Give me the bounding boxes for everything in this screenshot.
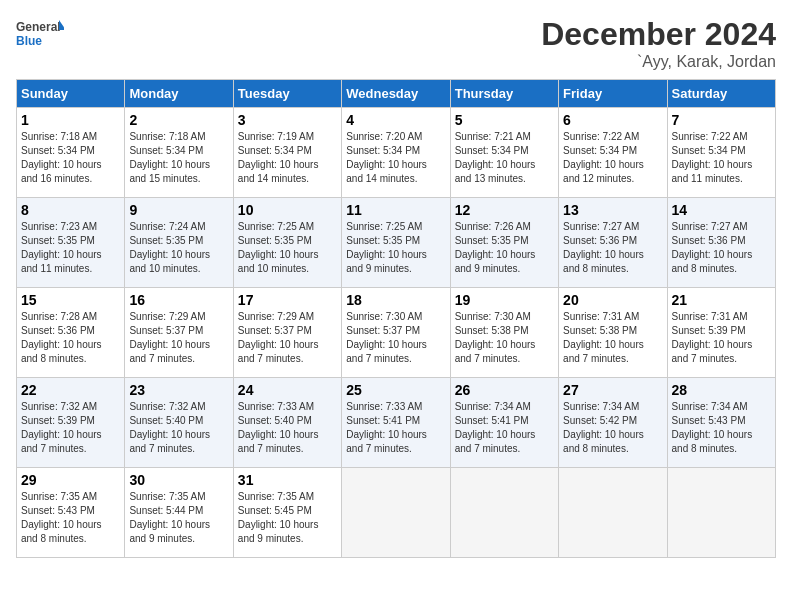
- page-header: General Blue December 2024 `Ayy, Karak, …: [16, 16, 776, 71]
- column-header-friday: Friday: [559, 80, 667, 108]
- calendar-week-row: 1 Sunrise: 7:18 AM Sunset: 5:34 PM Dayli…: [17, 108, 776, 198]
- calendar-day-cell: 2 Sunrise: 7:18 AM Sunset: 5:34 PM Dayli…: [125, 108, 233, 198]
- day-number: 7: [672, 112, 771, 128]
- day-number: 8: [21, 202, 120, 218]
- calendar-day-cell: 7 Sunrise: 7:22 AM Sunset: 5:34 PM Dayli…: [667, 108, 775, 198]
- day-info: Sunrise: 7:24 AM Sunset: 5:35 PM Dayligh…: [129, 220, 228, 276]
- day-number: 4: [346, 112, 445, 128]
- day-number: 22: [21, 382, 120, 398]
- calendar-day-cell: 20 Sunrise: 7:31 AM Sunset: 5:38 PM Dayl…: [559, 288, 667, 378]
- calendar-day-cell: 24 Sunrise: 7:33 AM Sunset: 5:40 PM Dayl…: [233, 378, 341, 468]
- calendar-day-cell: 3 Sunrise: 7:19 AM Sunset: 5:34 PM Dayli…: [233, 108, 341, 198]
- day-number: 19: [455, 292, 554, 308]
- day-info: Sunrise: 7:35 AM Sunset: 5:44 PM Dayligh…: [129, 490, 228, 546]
- day-info: Sunrise: 7:26 AM Sunset: 5:35 PM Dayligh…: [455, 220, 554, 276]
- calendar-day-cell: 28 Sunrise: 7:34 AM Sunset: 5:43 PM Dayl…: [667, 378, 775, 468]
- day-number: 20: [563, 292, 662, 308]
- calendar-day-cell: 25 Sunrise: 7:33 AM Sunset: 5:41 PM Dayl…: [342, 378, 450, 468]
- day-info: Sunrise: 7:20 AM Sunset: 5:34 PM Dayligh…: [346, 130, 445, 186]
- day-number: 6: [563, 112, 662, 128]
- day-number: 29: [21, 472, 120, 488]
- calendar-week-row: 22 Sunrise: 7:32 AM Sunset: 5:39 PM Dayl…: [17, 378, 776, 468]
- column-header-sunday: Sunday: [17, 80, 125, 108]
- day-number: 2: [129, 112, 228, 128]
- day-info: Sunrise: 7:18 AM Sunset: 5:34 PM Dayligh…: [21, 130, 120, 186]
- day-number: 30: [129, 472, 228, 488]
- day-number: 14: [672, 202, 771, 218]
- calendar-day-cell: 16 Sunrise: 7:29 AM Sunset: 5:37 PM Dayl…: [125, 288, 233, 378]
- calendar-day-cell: 22 Sunrise: 7:32 AM Sunset: 5:39 PM Dayl…: [17, 378, 125, 468]
- day-info: Sunrise: 7:35 AM Sunset: 5:43 PM Dayligh…: [21, 490, 120, 546]
- svg-text:Blue: Blue: [16, 34, 42, 48]
- day-number: 28: [672, 382, 771, 398]
- calendar-day-cell: 9 Sunrise: 7:24 AM Sunset: 5:35 PM Dayli…: [125, 198, 233, 288]
- calendar-day-cell: 27 Sunrise: 7:34 AM Sunset: 5:42 PM Dayl…: [559, 378, 667, 468]
- column-header-thursday: Thursday: [450, 80, 558, 108]
- day-number: 11: [346, 202, 445, 218]
- day-number: 16: [129, 292, 228, 308]
- logo: General Blue: [16, 16, 64, 52]
- day-info: Sunrise: 7:25 AM Sunset: 5:35 PM Dayligh…: [238, 220, 337, 276]
- day-info: Sunrise: 7:35 AM Sunset: 5:45 PM Dayligh…: [238, 490, 337, 546]
- calendar-title: December 2024: [541, 16, 776, 53]
- day-number: 26: [455, 382, 554, 398]
- day-number: 21: [672, 292, 771, 308]
- calendar-day-cell: 21 Sunrise: 7:31 AM Sunset: 5:39 PM Dayl…: [667, 288, 775, 378]
- day-number: 18: [346, 292, 445, 308]
- calendar-day-cell: 1 Sunrise: 7:18 AM Sunset: 5:34 PM Dayli…: [17, 108, 125, 198]
- calendar-week-row: 8 Sunrise: 7:23 AM Sunset: 5:35 PM Dayli…: [17, 198, 776, 288]
- calendar-week-row: 29 Sunrise: 7:35 AM Sunset: 5:43 PM Dayl…: [17, 468, 776, 558]
- day-info: Sunrise: 7:22 AM Sunset: 5:34 PM Dayligh…: [563, 130, 662, 186]
- calendar-day-cell: 5 Sunrise: 7:21 AM Sunset: 5:34 PM Dayli…: [450, 108, 558, 198]
- day-info: Sunrise: 7:32 AM Sunset: 5:40 PM Dayligh…: [129, 400, 228, 456]
- calendar-day-cell: 12 Sunrise: 7:26 AM Sunset: 5:35 PM Dayl…: [450, 198, 558, 288]
- calendar-subtitle: `Ayy, Karak, Jordan: [541, 53, 776, 71]
- calendar-day-cell: [342, 468, 450, 558]
- day-number: 5: [455, 112, 554, 128]
- day-number: 13: [563, 202, 662, 218]
- calendar-day-cell: 18 Sunrise: 7:30 AM Sunset: 5:37 PM Dayl…: [342, 288, 450, 378]
- calendar-day-cell: 15 Sunrise: 7:28 AM Sunset: 5:36 PM Dayl…: [17, 288, 125, 378]
- calendar-week-row: 15 Sunrise: 7:28 AM Sunset: 5:36 PM Dayl…: [17, 288, 776, 378]
- day-number: 25: [346, 382, 445, 398]
- day-info: Sunrise: 7:33 AM Sunset: 5:41 PM Dayligh…: [346, 400, 445, 456]
- calendar-day-cell: 10 Sunrise: 7:25 AM Sunset: 5:35 PM Dayl…: [233, 198, 341, 288]
- day-number: 23: [129, 382, 228, 398]
- day-info: Sunrise: 7:25 AM Sunset: 5:35 PM Dayligh…: [346, 220, 445, 276]
- calendar-day-cell: 30 Sunrise: 7:35 AM Sunset: 5:44 PM Dayl…: [125, 468, 233, 558]
- day-info: Sunrise: 7:31 AM Sunset: 5:38 PM Dayligh…: [563, 310, 662, 366]
- calendar-day-cell: [667, 468, 775, 558]
- calendar-day-cell: 4 Sunrise: 7:20 AM Sunset: 5:34 PM Dayli…: [342, 108, 450, 198]
- svg-text:General: General: [16, 20, 61, 34]
- day-info: Sunrise: 7:28 AM Sunset: 5:36 PM Dayligh…: [21, 310, 120, 366]
- day-number: 31: [238, 472, 337, 488]
- day-number: 27: [563, 382, 662, 398]
- day-number: 1: [21, 112, 120, 128]
- day-info: Sunrise: 7:21 AM Sunset: 5:34 PM Dayligh…: [455, 130, 554, 186]
- calendar-day-cell: 11 Sunrise: 7:25 AM Sunset: 5:35 PM Dayl…: [342, 198, 450, 288]
- calendar-day-cell: [450, 468, 558, 558]
- day-number: 9: [129, 202, 228, 218]
- day-info: Sunrise: 7:22 AM Sunset: 5:34 PM Dayligh…: [672, 130, 771, 186]
- day-info: Sunrise: 7:31 AM Sunset: 5:39 PM Dayligh…: [672, 310, 771, 366]
- calendar-day-cell: 31 Sunrise: 7:35 AM Sunset: 5:45 PM Dayl…: [233, 468, 341, 558]
- day-info: Sunrise: 7:30 AM Sunset: 5:37 PM Dayligh…: [346, 310, 445, 366]
- day-info: Sunrise: 7:34 AM Sunset: 5:43 PM Dayligh…: [672, 400, 771, 456]
- day-number: 10: [238, 202, 337, 218]
- column-header-monday: Monday: [125, 80, 233, 108]
- day-info: Sunrise: 7:34 AM Sunset: 5:42 PM Dayligh…: [563, 400, 662, 456]
- day-info: Sunrise: 7:29 AM Sunset: 5:37 PM Dayligh…: [238, 310, 337, 366]
- day-info: Sunrise: 7:32 AM Sunset: 5:39 PM Dayligh…: [21, 400, 120, 456]
- column-header-saturday: Saturday: [667, 80, 775, 108]
- svg-marker-2: [59, 20, 64, 30]
- day-info: Sunrise: 7:19 AM Sunset: 5:34 PM Dayligh…: [238, 130, 337, 186]
- day-info: Sunrise: 7:30 AM Sunset: 5:38 PM Dayligh…: [455, 310, 554, 366]
- calendar-day-cell: 8 Sunrise: 7:23 AM Sunset: 5:35 PM Dayli…: [17, 198, 125, 288]
- column-header-wednesday: Wednesday: [342, 80, 450, 108]
- calendar-table: SundayMondayTuesdayWednesdayThursdayFrid…: [16, 79, 776, 558]
- day-number: 17: [238, 292, 337, 308]
- column-header-tuesday: Tuesday: [233, 80, 341, 108]
- calendar-day-cell: 23 Sunrise: 7:32 AM Sunset: 5:40 PM Dayl…: [125, 378, 233, 468]
- day-number: 24: [238, 382, 337, 398]
- calendar-day-cell: 17 Sunrise: 7:29 AM Sunset: 5:37 PM Dayl…: [233, 288, 341, 378]
